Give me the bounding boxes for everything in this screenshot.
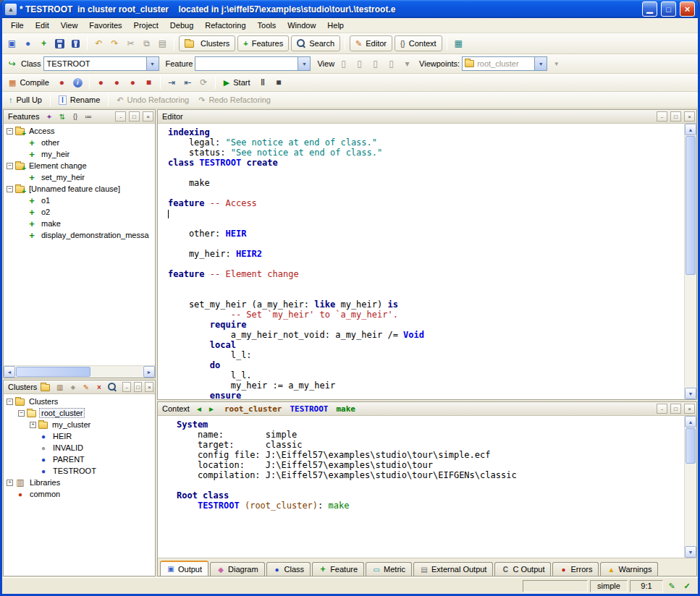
tab-diagram[interactable]: Diagram bbox=[210, 562, 265, 576]
tree-item-access[interactable]: −Access bbox=[4, 125, 155, 137]
code-line[interactable]: local bbox=[168, 340, 684, 350]
clusters-minimize-button[interactable]: - bbox=[122, 382, 131, 392]
code-line[interactable]: require bbox=[168, 320, 684, 330]
editor-button[interactable]: ✎ Editor bbox=[350, 35, 392, 51]
code-line[interactable]: indexing bbox=[168, 127, 684, 137]
tree-item-libraries[interactable]: +Libraries bbox=[4, 477, 155, 488]
tree-item-root-cluster[interactable]: −root_cluster bbox=[4, 407, 155, 419]
scroll-track[interactable] bbox=[15, 366, 143, 378]
tree-item-my-heir[interactable]: my_heir bbox=[4, 148, 155, 160]
pause-icon[interactable]: ‖ bbox=[256, 76, 269, 90]
editor-vscrollbar[interactable]: ▲ ▼ bbox=[684, 124, 696, 399]
code-line[interactable] bbox=[168, 168, 684, 178]
search-button[interactable]: Search bbox=[291, 35, 340, 51]
menu-item-window[interactable]: Window bbox=[282, 19, 321, 32]
code-line[interactable] bbox=[168, 188, 684, 198]
history-forward-icon[interactable]: ► bbox=[206, 405, 216, 413]
sort-icon[interactable]: ⇅ bbox=[56, 111, 67, 122]
step-out-icon[interactable]: ⇤ bbox=[181, 76, 195, 90]
tab-errors[interactable]: Errors bbox=[552, 562, 599, 576]
features-hscrollbar[interactable]: ◄ ► bbox=[4, 365, 155, 378]
undo-icon[interactable]: ↶ bbox=[92, 37, 106, 51]
code-line[interactable]: -- Set `my_heir' to `a_my_heir'. bbox=[168, 310, 684, 320]
code-line[interactable]: my_heir: HEIR2 bbox=[168, 249, 684, 259]
breakpoint-grid-icon[interactable]: ■ bbox=[142, 76, 156, 90]
code-line[interactable]: feature -- Element change bbox=[168, 269, 684, 279]
breadcrumb-class[interactable]: TESTROOT bbox=[290, 404, 328, 414]
breakpoint-remove-icon[interactable]: ● bbox=[126, 76, 140, 90]
diagram-tool-icon[interactable]: ▦ bbox=[452, 37, 465, 51]
collapse-icon[interactable]: − bbox=[7, 399, 13, 405]
start-button[interactable]: ▶ Start bbox=[220, 75, 254, 90]
tree-item--unnamed-feature-clause-[interactable]: −[Unnamed feature clause] bbox=[4, 183, 155, 195]
menu-item-view[interactable]: View bbox=[55, 19, 84, 32]
scroll-thumb[interactable] bbox=[686, 428, 696, 464]
collapse-icon[interactable]: − bbox=[18, 410, 25, 417]
remove-icon[interactable]: × bbox=[93, 382, 104, 393]
menu-item-help[interactable]: Help bbox=[321, 19, 350, 32]
scroll-track[interactable] bbox=[685, 135, 696, 388]
editor-maximize-button[interactable]: □ bbox=[670, 111, 681, 122]
redo-icon[interactable]: ↷ bbox=[108, 37, 122, 51]
list-icon[interactable]: ≔ bbox=[83, 111, 93, 122]
breadcrumb-cluster[interactable]: root_cluster bbox=[224, 404, 282, 414]
code-line[interactable]: class TESTROOT create bbox=[168, 158, 684, 168]
tab-external-output[interactable]: External Output bbox=[413, 562, 493, 576]
save-icon[interactable] bbox=[53, 37, 67, 51]
code-line[interactable]: feature -- Access bbox=[168, 198, 684, 208]
code-line[interactable]: legal: "See notice at end of class." bbox=[168, 137, 684, 148]
history-back-icon[interactable]: ◄ bbox=[194, 405, 204, 413]
menu-item-tools[interactable]: Tools bbox=[252, 19, 282, 32]
tab-warnings[interactable]: Warnings bbox=[600, 562, 658, 576]
code-line[interactable] bbox=[168, 289, 684, 299]
compile-button[interactable]: ▦ Compile bbox=[5, 75, 53, 90]
class-combobox-dropdown[interactable]: ▼ bbox=[146, 57, 159, 70]
tree-item-o2[interactable]: o2 bbox=[4, 206, 155, 218]
scroll-track[interactable] bbox=[685, 427, 696, 546]
scroll-left-button[interactable]: ◄ bbox=[4, 366, 15, 378]
menu-item-debug[interactable]: Debug bbox=[164, 19, 199, 32]
tab-class[interactable]: Class bbox=[266, 562, 311, 576]
menu-item-edit[interactable]: Edit bbox=[30, 19, 55, 32]
save-all-icon[interactable] bbox=[69, 37, 83, 51]
new-cluster-icon[interactable] bbox=[41, 382, 52, 393]
clusters-maximize-button[interactable]: □ bbox=[134, 382, 143, 392]
edit-icon[interactable]: ✎ bbox=[80, 382, 91, 393]
menu-item-refactoring[interactable]: Refactoring bbox=[199, 19, 251, 32]
stop-icon[interactable]: ■ bbox=[271, 76, 285, 90]
code-line[interactable]: other: HEIR bbox=[168, 229, 684, 239]
viewpoints-combobox-dropdown[interactable]: ▼ bbox=[534, 57, 547, 70]
code-line[interactable]: set_my_heir (a_my_heir: like my_heir) is bbox=[168, 299, 684, 310]
viewpoints-combobox[interactable]: root_cluster ▼ bbox=[462, 56, 547, 71]
breakpoint-enable-icon[interactable]: ● bbox=[94, 76, 108, 90]
context-close-button[interactable]: × bbox=[684, 404, 695, 414]
pull-up-button[interactable]: ↑ Pull Up bbox=[5, 93, 46, 107]
context-minimize-button[interactable]: - bbox=[657, 404, 667, 414]
collapse-icon[interactable]: − bbox=[7, 128, 13, 135]
collapse-icon[interactable]: − bbox=[7, 163, 13, 169]
scroll-down-button[interactable]: ▼ bbox=[685, 388, 696, 399]
code-line[interactable] bbox=[168, 208, 684, 218]
class-combobox[interactable]: TESTROOT ▼ bbox=[43, 56, 159, 71]
tree-item-element-change[interactable]: −Element change bbox=[4, 160, 155, 171]
features-maximize-button[interactable]: □ bbox=[129, 111, 140, 122]
features-tree[interactable]: −Accessothermy_heir−Element changeset_my… bbox=[4, 124, 155, 365]
package-icon[interactable]: ▥ bbox=[54, 382, 65, 393]
code-line[interactable]: my_heir := a_my_heir bbox=[168, 380, 684, 391]
code-line[interactable]: do bbox=[168, 360, 684, 370]
features-button[interactable]: + Features bbox=[237, 35, 289, 51]
tree-item-clusters[interactable]: −Clusters bbox=[4, 396, 155, 407]
feature-clauses-icon[interactable]: ✦ bbox=[43, 111, 54, 122]
collapse-icon[interactable]: − bbox=[7, 186, 13, 192]
rename-button[interactable]: I Rename bbox=[55, 93, 104, 107]
debug-bug-icon[interactable]: ● bbox=[55, 76, 69, 90]
tree-item-other[interactable]: other bbox=[4, 137, 155, 148]
class-nav-icon[interactable]: ↪ bbox=[5, 57, 19, 71]
diamond-icon[interactable]: ◆ bbox=[67, 382, 78, 393]
minimize-button[interactable]: ▁ bbox=[642, 1, 657, 17]
tree-item-invalid[interactable]: INVALID bbox=[4, 442, 155, 454]
features-close-button[interactable]: × bbox=[143, 111, 153, 122]
code-line[interactable]: a_my_heir_not_void: a_my_heir /= Void bbox=[168, 330, 684, 340]
tree-item-common[interactable]: common bbox=[4, 488, 155, 500]
tree-item-set-my-heir[interactable]: set_my_heir bbox=[4, 171, 155, 183]
